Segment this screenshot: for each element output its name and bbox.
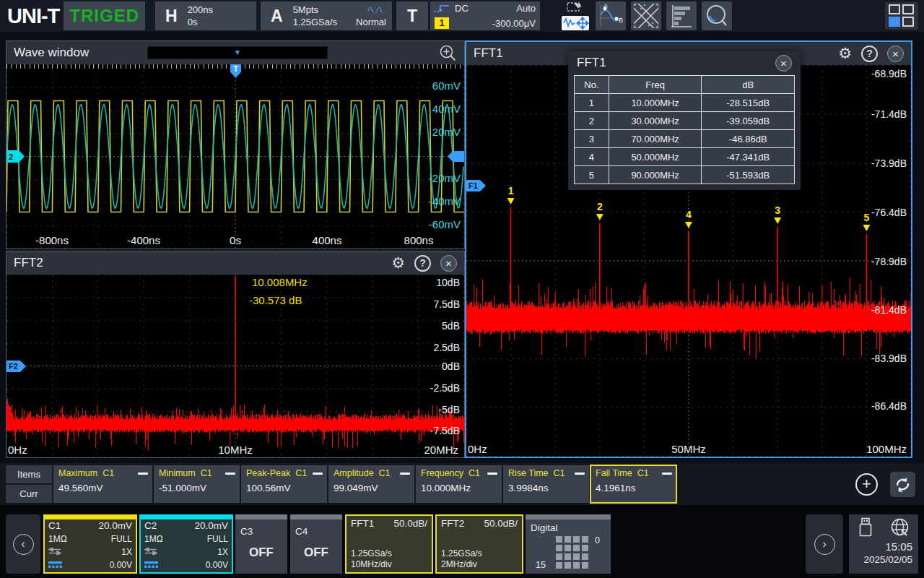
svg-text:1: 1 xyxy=(508,185,514,197)
measure-source: C1 xyxy=(637,468,649,478)
trigger-key-tile[interactable]: T xyxy=(396,1,428,30)
fft2-settings-gear-icon[interactable]: ⚙ xyxy=(391,255,405,271)
channel3-card[interactable]: C3 OFF xyxy=(235,514,287,574)
measure-value: 3.9984ns xyxy=(508,483,585,493)
fft2-window-header[interactable]: FFT2 ⚙ ? × xyxy=(6,251,464,275)
fft-scale: 50.0dB/ xyxy=(484,518,518,529)
wave-window-header[interactable]: Wave window ▼ xyxy=(6,41,464,64)
uni-t-logo: UNI-T xyxy=(7,4,59,28)
channel-impedance: 1MΩ xyxy=(144,534,163,544)
cursor-measure-button[interactable]: AB xyxy=(596,1,626,30)
fft2-card[interactable]: FFT250.0dB/ 1.25GSa/s2MHz/div xyxy=(435,514,523,574)
v-label: 60mV xyxy=(432,80,461,92)
cursor-ab-icon: AB xyxy=(598,4,624,28)
measure-name: Frequency xyxy=(421,468,463,478)
measure-value: 49.560mV xyxy=(58,483,148,493)
fft-div: 10MHz/div xyxy=(351,559,392,569)
ground-icon xyxy=(144,560,159,570)
sample-rate: 1.25GSa/s xyxy=(293,17,337,27)
channel-id: C4 xyxy=(295,526,308,537)
measure-name: Maximum xyxy=(58,468,97,478)
horizontal-settings-tile[interactable]: H 200ns 0s xyxy=(155,1,256,30)
remove-measure-dash[interactable] xyxy=(313,473,323,475)
table-row: 370.000MHz-46.86dB xyxy=(575,130,795,148)
measure-value: 4.1961ns xyxy=(596,483,672,493)
measure-source: C1 xyxy=(468,468,480,478)
remove-measure-dash[interactable] xyxy=(400,473,410,475)
measure-name: Amplitude xyxy=(334,468,374,478)
zoom-in-icon[interactable] xyxy=(439,44,457,62)
remove-measure-dash[interactable] xyxy=(487,473,497,475)
horizontal-offset: 0s xyxy=(188,17,213,27)
channel-probe: 1X xyxy=(217,547,228,557)
measure-name: Fall Time xyxy=(596,468,632,478)
window-layout-button[interactable] xyxy=(885,2,918,30)
channel-id: C1 xyxy=(48,521,61,531)
wave-plot[interactable]: T 2 60mV 40mV 20mV -20mV -40mV -60mV -80… xyxy=(6,64,464,249)
trigger-settings-tile[interactable]: 1 DC Auto -300.00μV xyxy=(430,1,540,30)
svg-text:A: A xyxy=(603,4,608,9)
col-header-no: No. xyxy=(575,76,609,94)
trigger-sweep-mode: Auto xyxy=(516,3,536,14)
measure-cell-rise-time[interactable]: Rise TimeC1 3.9984ns xyxy=(503,465,589,503)
channel4-card[interactable]: C4 OFF xyxy=(290,514,342,574)
measure-name: Minimum xyxy=(159,468,196,478)
f-label: 10MHz xyxy=(218,444,253,456)
dock-scroll-right-button[interactable]: › xyxy=(806,514,843,574)
measure-source: C1 xyxy=(554,468,565,478)
channel-state: OFF xyxy=(235,545,287,560)
channel-bandwidth: FULL xyxy=(111,534,132,544)
remove-measure-dash[interactable] xyxy=(138,473,148,475)
remove-measure-dash[interactable] xyxy=(662,473,672,475)
v-label: -60mV xyxy=(429,219,461,230)
display-area: Wave window ▼ T 2 60mV 40mV 20mV -20mV -… xyxy=(0,32,924,463)
remove-measure-dash[interactable] xyxy=(225,473,235,475)
search-button[interactable] xyxy=(702,1,732,30)
record-position-slider[interactable]: ▼ xyxy=(147,46,328,59)
reset-statistics-button[interactable] xyxy=(890,472,915,497)
add-measurement-button[interactable]: + xyxy=(855,473,878,496)
svg-text:3: 3 xyxy=(775,204,780,216)
cursor-drag-mode-button[interactable] xyxy=(560,1,590,30)
measure-cell-minimum[interactable]: MinimumC1 -51.000mV xyxy=(154,465,240,503)
measure-rulers-button[interactable] xyxy=(631,1,661,30)
channel-probe: 1X xyxy=(121,547,132,557)
measure-source: C1 xyxy=(201,468,212,478)
measure-cell-amplitude[interactable]: AmplitudeC1 99.049mV xyxy=(328,465,414,503)
fft2-close-icon[interactable]: × xyxy=(440,255,457,272)
dock-scroll-left-button[interactable]: ‹ xyxy=(6,514,40,574)
db-label: 2.5dB xyxy=(433,342,460,353)
fft2-help-icon[interactable]: ? xyxy=(414,255,431,272)
fft2-trace xyxy=(6,275,464,457)
measure-cell-fall-time[interactable]: Fall TimeC1 4.1961ns xyxy=(590,465,676,503)
channel-state: OFF xyxy=(290,545,342,560)
acquire-settings-tile[interactable]: A 5Mpts 1.25GSa/s Normal xyxy=(261,1,392,30)
system-status-panel[interactable]: 15:05 2025/02/05 xyxy=(849,514,918,574)
db-label: -5dB xyxy=(438,404,460,415)
fft1-window: FFT1 ⚙ ? × 12435 F1 -68.9dB -71.4dB -73.… xyxy=(465,40,912,458)
channel1-card[interactable]: C120.0mV 1MΩFULL 1X 0.00V xyxy=(43,514,137,574)
channel-id: C2 xyxy=(144,521,157,531)
fft2-peak-freq-annotation: 10.008MHz xyxy=(252,276,308,288)
remove-measure-dash[interactable] xyxy=(575,473,585,475)
v-label: 40mV xyxy=(432,103,461,115)
fft1-card[interactable]: FFT150.0dB/ 1.25GSa/s10MHz/div xyxy=(345,514,433,574)
measure-items-cell[interactable]: Items Curr xyxy=(6,465,52,503)
fft1-close-icon[interactable]: × xyxy=(887,46,904,62)
v-label: -40mV xyxy=(429,196,461,207)
digital-high-index: 0 xyxy=(595,535,600,545)
measure-cell-peak-peak[interactable]: Peak-PeakC1 100.56mV xyxy=(241,465,327,503)
measure-cell-maximum[interactable]: MaximumC1 49.560mV xyxy=(53,465,152,503)
fft1-help-icon[interactable]: ? xyxy=(861,46,878,62)
measure-cell-frequency[interactable]: FrequencyC1 10.000MHz xyxy=(416,465,502,503)
clock-time: 15:05 xyxy=(885,540,912,553)
fft-scale: 50.0dB/ xyxy=(393,518,427,529)
v-label: -20mV xyxy=(429,173,461,184)
fft1-settings-gear-icon[interactable]: ⚙ xyxy=(838,46,852,61)
histogram-button[interactable] xyxy=(666,1,697,30)
fft-id: FFT1 xyxy=(351,518,374,529)
popup-close-icon[interactable]: × xyxy=(775,55,792,72)
digital-card[interactable]: Digital 0 15 xyxy=(526,514,611,574)
fft2-plot[interactable]: F2 10.008MHz -30.573 dB 10dB 7.5dB 5dB 2… xyxy=(6,275,464,457)
channel2-card[interactable]: C220.0mV 1MΩFULL 1X 0.00V xyxy=(139,514,233,574)
